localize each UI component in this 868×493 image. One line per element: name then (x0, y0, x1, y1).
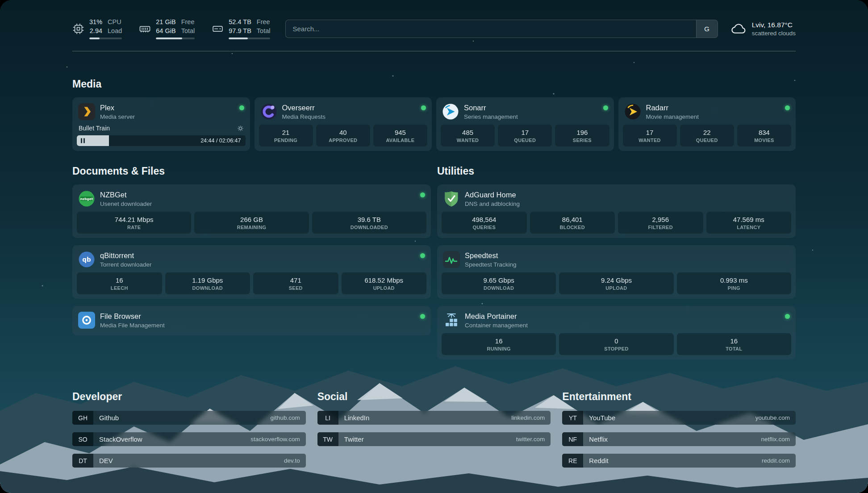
stat-latency: 47.569 ms LATENCY (706, 212, 792, 234)
service-text: Media Portainer Container management (465, 312, 528, 329)
nzbget-icon: nzbget (78, 190, 95, 207)
service-text: NZBGet Usenet downloader (100, 190, 152, 207)
bookmark-abbr: DT (72, 454, 93, 468)
topbar-divider (72, 51, 796, 51)
overseerr-icon (260, 103, 277, 120)
service-card-radarr[interactable]: Radarr Movie management 17 WANTED 22 QUE… (618, 97, 796, 151)
search-input[interactable] (286, 20, 696, 38)
bookmark-stackoverflow[interactable]: SO StackOverflow stackoverflow.com (72, 432, 306, 446)
service-card-sonarr[interactable]: Sonarr Series management 485 WANTED 17 Q… (436, 97, 614, 151)
service-header: qb qBittorrent Torrent downloader (77, 250, 426, 272)
cpu-usage-label: CPU (108, 18, 122, 27)
stat-queued: 22 QUEUED (680, 125, 734, 146)
stat-approved: 40 APPROVED (316, 125, 370, 146)
weather-condition: scattered clouds (752, 30, 796, 37)
stat-value: 266 GB (195, 216, 308, 223)
memory-free-value: 21 GiB (156, 18, 175, 27)
stat-label: QUERIES (442, 225, 526, 230)
bookmark-group-developer: Developer GH Github github.com SO StackO… (72, 391, 306, 468)
service-text: AdGuard Home DNS and adblocking (465, 190, 520, 207)
status-dot (239, 105, 244, 110)
service-card-nzbget[interactable]: nzbget NZBGet Usenet downloader 744.21 M… (72, 184, 431, 238)
cpu-readout: 31% 2.94 CPU Load (89, 18, 122, 39)
bookmark-github[interactable]: GH Github github.com (72, 411, 306, 425)
status-dot (603, 105, 608, 110)
service-text: Speedtest Speedtest Tracking (465, 251, 517, 268)
service-header: Plex Media server (77, 102, 246, 125)
playback-progress-bar: 24:44 / 02:06:47 (77, 135, 246, 146)
weather-text: Lviv, 16.87°C scattered clouds (752, 21, 796, 36)
search-bar: G (285, 20, 718, 38)
bookmark-twitter[interactable]: TW Twitter twitter.com (317, 432, 551, 446)
service-header: File Browser Media File Management (77, 310, 426, 331)
stat-label: QUEUED (499, 138, 551, 143)
service-card-qbittorrent[interactable]: qb qBittorrent Torrent downloader 16 LEE… (72, 245, 431, 299)
stat-value: 17 (624, 129, 676, 136)
bookmark-reddit[interactable]: RE Reddit reddit.com (562, 454, 796, 468)
cpu-usage-bar (89, 38, 122, 39)
stat-available: 945 AVAILABLE (373, 125, 427, 146)
service-subtitle: Container management (465, 322, 528, 329)
stat-download: 9.65 Gbps DOWNLOAD (442, 272, 556, 294)
service-subtitle: Speedtest Tracking (465, 261, 517, 268)
stat-seed: 471 SEED (253, 272, 338, 294)
bookmark-group-social: Social LI LinkedIn linkedin.com TW Twitt… (317, 391, 551, 468)
gear-icon[interactable] (237, 125, 244, 132)
svg-text:qb: qb (82, 256, 91, 263)
service-stats: 744.21 Mbps RATE 266 GB REMAINING 39.6 T… (77, 212, 426, 234)
pause-button[interactable] (81, 138, 85, 143)
service-card-filebrowser[interactable]: File Browser Media File Management (72, 306, 431, 335)
service-subtitle: Media Requests (282, 113, 326, 120)
stat-label: WANTED (442, 138, 494, 143)
stat-value: 0.993 ms (678, 276, 790, 284)
bookmark-youtube[interactable]: YT YouTube youtube.com (562, 411, 796, 425)
stat-series: 196 SERIES (555, 125, 609, 146)
service-header: Media Portainer Container management (442, 310, 791, 333)
utilities-section: Utilities AdGuard Home DNS and adblockin… (437, 151, 796, 359)
portainer-icon (443, 312, 460, 329)
stat-value: 40 (317, 129, 369, 136)
stat-value: 744.21 Mbps (78, 216, 190, 223)
stat-label: WANTED (624, 138, 676, 143)
bookmark-domain: youtube.com (750, 414, 796, 421)
stat-movies: 834 MOVIES (737, 125, 791, 146)
qbittorrent-icon: qb (78, 251, 95, 268)
sonarr-icon (442, 103, 459, 120)
bookmark-name: DEV (93, 457, 278, 464)
service-card-adguard[interactable]: AdGuard Home DNS and adblocking 498,564 … (437, 184, 796, 238)
memory-free-label: Free (181, 18, 195, 27)
bookmark-abbr: GH (72, 411, 93, 425)
bookmark-netflix[interactable]: NF Netflix netflix.com (562, 432, 796, 446)
service-card-portainer[interactable]: Media Portainer Container management 16 … (437, 306, 796, 359)
cpu-widget: 31% 2.94 CPU Load (72, 18, 122, 39)
service-name: NZBGet (100, 190, 152, 200)
service-card-speedtest[interactable]: Speedtest Speedtest Tracking 9.65 Gbps D… (437, 245, 796, 299)
plex-icon (78, 103, 95, 120)
now-playing-row: Bullet Train (77, 125, 246, 135)
cpu-load-label: Load (108, 27, 122, 36)
bookmark-domain: netflix.com (755, 436, 796, 443)
stat-leech: 16 LEECH (77, 272, 162, 294)
memory-icon (139, 23, 151, 35)
bookmark-dev[interactable]: DT DEV dev.to (72, 454, 306, 468)
service-header: AdGuard Home DNS and adblocking (442, 189, 791, 212)
service-card-overseerr[interactable]: Overseerr Media Requests 21 PENDING 40 A… (255, 97, 432, 151)
bookmark-name: LinkedIn (338, 414, 506, 422)
stat-label: SEED (254, 285, 338, 291)
service-name: Plex (100, 103, 135, 113)
adguard-icon (443, 190, 460, 207)
stat-value: 39.6 TB (313, 216, 426, 223)
service-subtitle: Torrent downloader (100, 261, 152, 268)
bookmark-abbr: RE (562, 454, 583, 468)
bookmark-linkedin[interactable]: LI LinkedIn linkedin.com (317, 411, 551, 425)
radarr-icon (624, 103, 641, 120)
memory-total-value: 64 GiB (156, 27, 175, 36)
search-provider-button[interactable]: G (696, 20, 718, 38)
service-header: Overseerr Media Requests (259, 102, 428, 125)
stat-label: TOTAL (678, 346, 790, 351)
service-card-plex[interactable]: Plex Media server Bullet Train 24:44 / 0 (72, 97, 250, 151)
stat-value: 21 (260, 129, 312, 136)
status-dot (420, 192, 425, 197)
stat-label: UPLOAD (560, 285, 672, 291)
service-header: nzbget NZBGet Usenet downloader (77, 189, 426, 212)
